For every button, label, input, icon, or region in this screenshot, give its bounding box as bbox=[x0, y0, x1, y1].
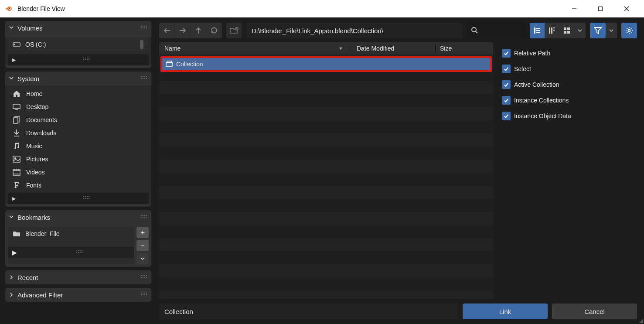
recent-header[interactable]: Recent bbox=[5, 270, 151, 284]
download-icon bbox=[12, 129, 21, 137]
window-title: Blender File View bbox=[17, 5, 561, 12]
footer: Collection Link Cancel bbox=[155, 299, 641, 321]
sort-indicator-icon[interactable]: ▼ bbox=[338, 46, 343, 51]
option-instance-object-data[interactable]: Instance Object Data bbox=[502, 110, 637, 122]
view-mode-group bbox=[530, 23, 586, 38]
svg-rect-32 bbox=[536, 28, 540, 29]
pictures-icon bbox=[12, 156, 21, 163]
bookmarks-nav: ▶ bbox=[8, 247, 134, 258]
grip-icon[interactable] bbox=[141, 275, 148, 280]
scrollbar-thumb[interactable] bbox=[140, 40, 143, 49]
play-icon[interactable]: ▶ bbox=[12, 196, 16, 201]
volumes-panel: Volumes OS (C:) ▶ bbox=[5, 21, 151, 68]
grip-icon[interactable] bbox=[141, 215, 148, 219]
add-bookmark-button[interactable]: ＋ bbox=[136, 227, 149, 238]
system-item-home[interactable]: Home bbox=[8, 87, 149, 100]
maximize-button[interactable] bbox=[587, 0, 613, 17]
chevron-right-icon bbox=[9, 274, 14, 281]
blender-logo-icon bbox=[4, 4, 13, 13]
play-icon[interactable]: ▶ bbox=[12, 57, 16, 63]
filter-dropdown-button[interactable] bbox=[606, 23, 617, 38]
content-area: D:\Blender_File\Link_Appen.blend\Collect… bbox=[155, 17, 644, 324]
home-icon bbox=[12, 90, 21, 98]
system-item-music[interactable]: Music bbox=[8, 140, 149, 153]
grip-icon[interactable] bbox=[83, 196, 90, 201]
advanced-filter-panel: Advanced Filter bbox=[5, 288, 151, 302]
bookmark-menu-button[interactable] bbox=[136, 253, 149, 264]
grip-icon[interactable] bbox=[141, 76, 148, 81]
svg-rect-46 bbox=[167, 61, 171, 62]
fonts-icon: F bbox=[12, 181, 21, 190]
play-icon[interactable]: ▶ bbox=[12, 249, 17, 256]
system-item-pictures[interactable]: Pictures bbox=[8, 153, 149, 166]
column-name[interactable]: Name bbox=[164, 45, 338, 52]
drive-icon bbox=[12, 41, 21, 48]
chevron-right-icon bbox=[9, 292, 14, 299]
grip-icon[interactable] bbox=[76, 250, 83, 255]
view-thumbnails-button[interactable] bbox=[559, 23, 574, 38]
system-title: System bbox=[17, 75, 137, 82]
svg-rect-39 bbox=[564, 27, 566, 30]
remove-bookmark-button[interactable]: － bbox=[136, 240, 149, 251]
forward-button[interactable] bbox=[175, 23, 191, 38]
view-list-vertical-button[interactable] bbox=[530, 23, 545, 38]
advanced-filter-title: Advanced Filter bbox=[17, 291, 137, 299]
system-item-downloads[interactable]: Downloads bbox=[8, 126, 149, 140]
folder-icon bbox=[12, 231, 21, 237]
system-item-desktop[interactable]: Desktop bbox=[8, 100, 149, 113]
new-folder-button[interactable] bbox=[226, 23, 242, 38]
chevron-down-icon bbox=[9, 24, 14, 31]
refresh-button[interactable] bbox=[206, 23, 222, 38]
filter-button[interactable] bbox=[590, 23, 606, 38]
link-button[interactable]: Link bbox=[463, 304, 548, 319]
view-dropdown-button[interactable] bbox=[574, 23, 586, 38]
sidebar: Volumes OS (C:) ▶ System bbox=[0, 17, 155, 324]
svg-point-44 bbox=[628, 30, 630, 32]
recent-panel: Recent bbox=[5, 270, 151, 284]
column-size[interactable]: Size bbox=[440, 45, 488, 52]
up-button[interactable] bbox=[191, 23, 206, 38]
system-item-documents[interactable]: Documents bbox=[8, 113, 149, 126]
recent-title: Recent bbox=[17, 274, 137, 281]
system-item-fonts[interactable]: FFonts bbox=[8, 179, 149, 192]
column-date[interactable]: Date Modified bbox=[357, 45, 431, 52]
filename-input[interactable]: Collection bbox=[159, 304, 458, 319]
system-item-videos[interactable]: Videos bbox=[8, 166, 149, 179]
minimize-button[interactable] bbox=[561, 0, 587, 17]
bookmarks-header[interactable]: Bookmarks bbox=[5, 210, 151, 224]
cancel-button[interactable]: Cancel bbox=[552, 304, 637, 319]
svg-point-16 bbox=[15, 158, 16, 159]
volumes-nav: ▶ bbox=[8, 54, 149, 65]
option-relative-path[interactable]: Relative Path bbox=[502, 47, 637, 59]
grip-icon[interactable] bbox=[83, 58, 90, 62]
volumes-title: Volumes bbox=[17, 24, 137, 32]
svg-rect-38 bbox=[553, 30, 555, 31]
svg-rect-42 bbox=[567, 31, 570, 34]
grip-icon[interactable] bbox=[141, 293, 148, 297]
volumes-header[interactable]: Volumes bbox=[5, 21, 151, 35]
documents-icon bbox=[12, 116, 21, 124]
view-list-horizontal-button[interactable] bbox=[545, 23, 559, 38]
settings-button[interactable] bbox=[621, 23, 637, 38]
close-button[interactable] bbox=[613, 0, 640, 17]
bookmarks-title: Bookmarks bbox=[17, 214, 137, 221]
system-header[interactable]: System bbox=[5, 72, 151, 85]
file-row-selected[interactable]: Collection bbox=[162, 58, 490, 70]
advanced-filter-header[interactable]: Advanced Filter bbox=[5, 288, 151, 302]
bookmark-item[interactable]: Blender_File bbox=[8, 227, 134, 241]
grip-icon[interactable] bbox=[141, 26, 148, 30]
option-active-collection[interactable]: Active Collection bbox=[502, 78, 637, 91]
option-instance-collections[interactable]: Instance Collections bbox=[502, 94, 637, 106]
volume-item[interactable]: OS (C:) bbox=[8, 38, 149, 51]
option-select[interactable]: Select bbox=[502, 63, 637, 75]
back-button[interactable] bbox=[159, 23, 175, 38]
path-input[interactable]: D:\Blender_File\Link_Appen.blend\Collect… bbox=[246, 23, 462, 38]
svg-rect-9 bbox=[13, 104, 20, 109]
checkbox-checked-icon bbox=[502, 49, 511, 58]
search-input[interactable] bbox=[467, 23, 525, 38]
resize-handle-icon[interactable] bbox=[639, 319, 643, 323]
file-list[interactable]: Collection bbox=[159, 55, 493, 299]
chevron-down-icon bbox=[9, 214, 14, 221]
svg-rect-34 bbox=[536, 32, 540, 33]
videos-icon bbox=[12, 169, 21, 176]
